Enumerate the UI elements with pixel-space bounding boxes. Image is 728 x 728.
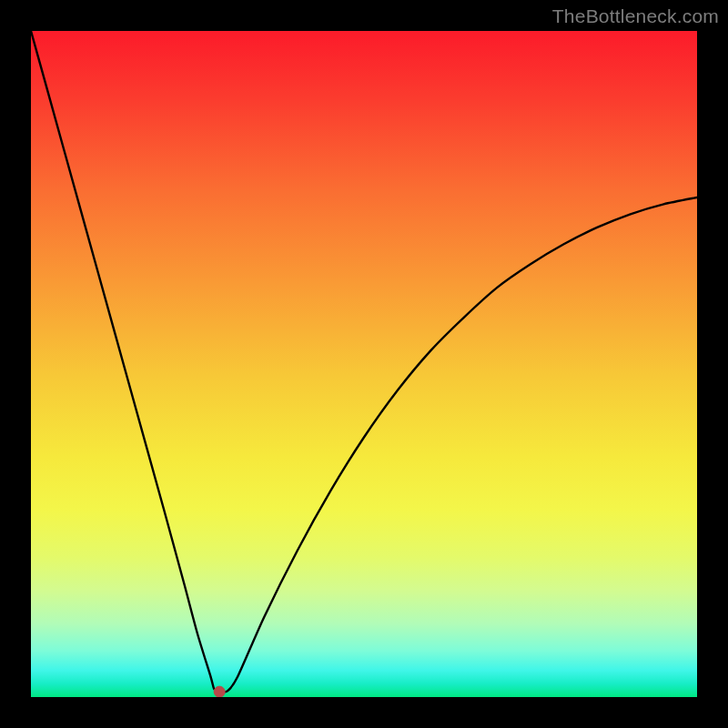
plot-area — [31, 31, 697, 697]
bottleneck-curve — [31, 31, 697, 693]
watermark-text: TheBottleneck.com — [552, 5, 719, 27]
chart-frame: TheBottleneck.com — [0, 0, 728, 728]
minimum-marker — [214, 686, 225, 697]
curve-svg — [31, 31, 697, 697]
